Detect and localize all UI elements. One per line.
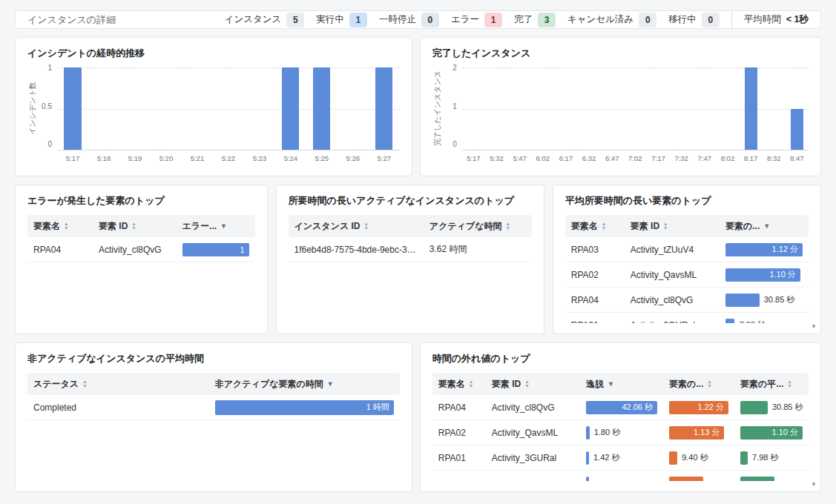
value-bar[interactable] (740, 451, 748, 465)
value-bar[interactable] (740, 477, 774, 482)
table-row[interactable]: Completed1 時間 (27, 395, 400, 420)
table-row[interactable]: RPA04Activity_cl8QvG1 (27, 237, 255, 262)
sort-icon[interactable]: ▲▼ (787, 379, 791, 388)
x-tick-label: 7:32 (670, 150, 693, 165)
sort-icon[interactable]: ▲▼ (364, 222, 369, 231)
table-top-time-outliers: 時間の外れ値のトップ 要素名▲▼要素 ID▲▼逸脱▼要素の...▲▼要素の平..… (420, 342, 821, 492)
stats-list: インスタンス5実行中1一時停止0エラー1完了3キャンセル済み0移行中0 (225, 13, 720, 27)
cell: 1.12 分 (720, 243, 809, 256)
bar[interactable] (64, 67, 81, 150)
table-top-error-elements: エラーが発生した要素のトップ 要素名▲▼要素 ID▲▼エラー...▼ RPA04… (15, 185, 268, 334)
sort-icon[interactable]: ▲▼ (82, 379, 87, 388)
header-bar: インスタンスの詳細 インスタンス5実行中1一時停止0エラー1完了3キャンセル済み… (15, 10, 821, 29)
sort-icon[interactable]: ▲▼ (131, 222, 136, 231)
bar-slot (693, 67, 716, 150)
table-row[interactable]: RPA02Activity_QavsML1.80 秒1.13 分1.10 分 (432, 420, 809, 445)
column-header[interactable]: エラー...▼ (177, 216, 255, 237)
column-header[interactable]: 要素 ID▲▼ (486, 374, 580, 395)
table-row[interactable]: RPA01Activity_3GURal1.42 秒9.40 秒7.98 秒 (432, 445, 809, 471)
value-bar[interactable]: 1.22 分 (669, 401, 728, 414)
bar[interactable] (791, 109, 803, 150)
cell: RPA04 (565, 295, 625, 305)
x-tick-label: 8:47 (786, 150, 809, 165)
value-bar[interactable]: 1.12 分 (725, 243, 803, 256)
table-row[interactable]: 1f6eb4d8-7575-4bde-9ebc-32b9...3.62 時間 (289, 237, 532, 262)
value-bar[interactable]: 1.13 分 (669, 426, 724, 440)
table-body: RPA03Activity_tZUuV41.12 分RPA02Activity_… (565, 237, 809, 323)
column-header[interactable]: 逸脱▼ (580, 374, 663, 395)
table-row[interactable]: RPA04Activity_cl8QvG30.85 秒 (565, 288, 809, 313)
bar-chart: インシデント数 10.50 5:175:185:195:205:215:225:… (27, 67, 400, 165)
value-bar[interactable]: 1.10 分 (740, 426, 803, 440)
value-bar[interactable]: 1.10 分 (725, 268, 800, 282)
column-header[interactable]: インスタンス ID▲▼ (289, 216, 424, 237)
column-header[interactable]: 要素の...▲▼ (663, 374, 734, 395)
scroll-down-icon[interactable]: ▼ (811, 481, 817, 488)
bar[interactable] (282, 67, 299, 150)
bar-slot (57, 67, 88, 150)
cell: Activity_tZUuV4 (625, 245, 720, 255)
table-row[interactable]: RPA01Activity_3GURal7.98 秒 (565, 313, 809, 323)
table-row[interactable]: RPA02Activity_QavsML1.10 分 (565, 262, 809, 288)
bar[interactable] (313, 67, 330, 150)
bar-cell: 1.42 秒 (586, 451, 657, 465)
sort-icon[interactable]: ▲▼ (506, 222, 510, 231)
value-bar[interactable] (669, 477, 703, 482)
value-bar[interactable]: 1 (182, 243, 249, 256)
column-header[interactable]: 要素の...▼ (720, 216, 809, 237)
value-bar[interactable] (725, 294, 760, 307)
sort-icon[interactable]: ▲▼ (602, 222, 606, 231)
bar-slot (763, 67, 786, 150)
column-header[interactable]: ステータス▲▼ (27, 374, 209, 395)
sort-icon[interactable]: ▼ (608, 381, 614, 388)
bar-slot (531, 67, 554, 150)
value-bar[interactable] (586, 426, 590, 440)
value-label: 7.98 秒 (752, 452, 778, 463)
value-bar[interactable] (669, 451, 677, 465)
table-row[interactable] (432, 471, 809, 481)
table-header: インスタンス ID▲▼アクティブな時間▲▼ (289, 215, 532, 237)
sort-icon[interactable]: ▲▼ (469, 379, 473, 388)
column-label: ステータス (33, 378, 79, 391)
charts-row: インシデントの経時的推移 インシデント数 10.50 5:175:185:195… (15, 37, 821, 176)
cell: 9.40 秒 (663, 451, 734, 465)
cell: 30.85 秒 (734, 401, 809, 414)
bar-cell: 1.22 分 (669, 401, 728, 414)
value-bar[interactable] (740, 401, 768, 414)
sort-icon[interactable]: ▼ (763, 223, 770, 230)
cell: RPA03 (565, 245, 625, 255)
cell: RPA02 (565, 270, 625, 280)
value-bar[interactable] (586, 477, 589, 482)
value-bar[interactable] (725, 319, 734, 324)
sort-icon[interactable]: ▲▼ (64, 222, 68, 231)
bar[interactable] (745, 67, 757, 150)
chart-incidents-over-time: インシデントの経時的推移 インシデント数 10.50 5:175:185:195… (15, 37, 412, 176)
scroll-down-icon[interactable]: ▼ (811, 323, 817, 330)
column-header[interactable]: アクティブな時間▲▼ (424, 216, 532, 237)
cell: RPA01 (432, 453, 486, 463)
table-row[interactable]: RPA04Activity_cl8QvG42.06 秒1.22 分30.85 秒 (432, 395, 809, 420)
sort-icon[interactable]: ▲▼ (524, 379, 529, 388)
table-header: 要素名▲▼要素 ID▲▼逸脱▼要素の...▲▼要素の平...▲▼ (432, 373, 809, 395)
column-header[interactable]: 要素の平...▲▼ (734, 374, 809, 395)
column-header[interactable]: 非アクティブな要素の時間▼ (209, 374, 400, 395)
value-bar[interactable] (586, 451, 589, 465)
value-bar[interactable]: 42.06 秒 (586, 401, 657, 414)
column-header[interactable]: 要素名▲▼ (432, 374, 486, 395)
value-bar[interactable]: 1 時間 (215, 400, 394, 415)
cell: Activity_3GURal (625, 320, 720, 324)
table-row[interactable]: RPA03Activity_tZUuV41.12 分 (565, 237, 809, 262)
sort-icon[interactable]: ▲▼ (663, 222, 668, 231)
x-tick-label: 7:17 (647, 150, 670, 165)
bar[interactable] (375, 67, 392, 150)
sort-icon[interactable]: ▲▼ (707, 379, 711, 388)
column-header[interactable]: 要素名▲▼ (565, 216, 625, 237)
sort-icon[interactable]: ▼ (327, 381, 334, 388)
sort-icon[interactable]: ▼ (220, 223, 227, 230)
cell: Activity_cl8QvG (625, 295, 720, 305)
bar-cell (586, 477, 657, 482)
column-header[interactable]: 要素名▲▼ (27, 216, 93, 237)
column-header[interactable]: 要素 ID▲▼ (625, 216, 720, 237)
table-body: Completed1 時間 (27, 395, 400, 420)
column-header[interactable]: 要素 ID▲▼ (93, 216, 177, 237)
